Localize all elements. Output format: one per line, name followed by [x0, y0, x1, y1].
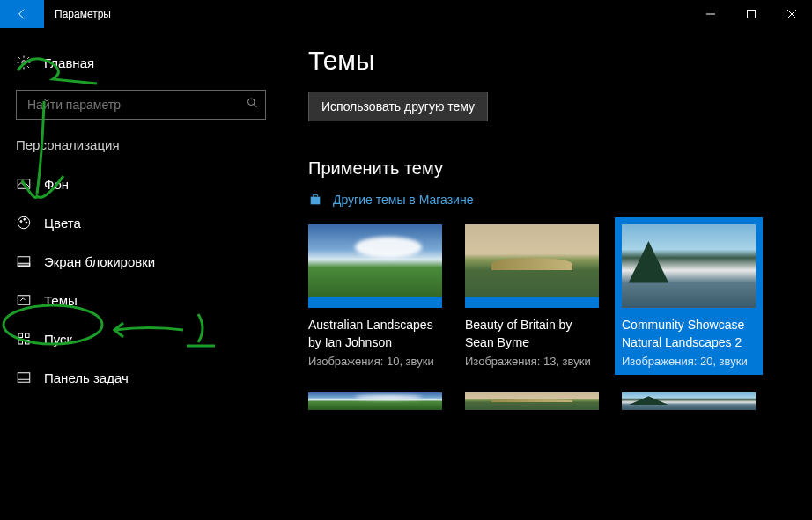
theme-name: Community Showcase Natural Landscapes 2 [622, 317, 756, 351]
store-link-label: Другие темы в Магазине [333, 193, 473, 207]
maximize-button[interactable] [731, 0, 771, 28]
svg-point-5 [248, 99, 255, 106]
sidebar-item-label: Экран блокировки [44, 254, 155, 269]
minimize-button[interactable] [690, 0, 731, 28]
sidebar-item-background[interactable]: Фон [0, 165, 282, 203]
grid-icon [16, 331, 32, 347]
theme-thumbnail [622, 392, 756, 410]
svg-rect-13 [18, 263, 30, 266]
theme-meta: Изображения: 20, звуки [622, 355, 756, 368]
store-link[interactable]: Другие темы в Магазине [308, 193, 786, 207]
theme-name: Australian Landscapes by Ian Johnson [308, 317, 442, 351]
svg-rect-18 [26, 341, 30, 345]
search-icon [246, 97, 259, 114]
svg-point-11 [26, 222, 27, 223]
use-other-theme-button[interactable]: Использовать другую тему [308, 92, 488, 121]
taskbar-icon [16, 370, 32, 385]
svg-rect-15 [18, 333, 23, 338]
svg-point-9 [20, 221, 22, 223]
theme-grid: Australian Landscapes by Ian Johnson Изо… [308, 224, 786, 368]
theme-meta: Изображения: 13, звуки [465, 355, 599, 368]
sidebar-item-label: Панель задач [44, 370, 129, 385]
theme-meta: Изображения: 10, звуки [308, 355, 442, 368]
svg-rect-16 [26, 333, 30, 338]
sidebar-item-lockscreen[interactable]: Экран блокировки [0, 242, 282, 281]
theme-thumbnail [622, 224, 756, 308]
lock-icon [16, 253, 32, 269]
theme-name: Beauty of Britain by Sean Byrne [465, 317, 599, 351]
theme-thumbnail [465, 392, 599, 410]
page-title: Темы [308, 46, 786, 76]
svg-line-6 [254, 105, 256, 107]
sidebar-item-start[interactable]: Пуск [0, 319, 282, 358]
theme-card[interactable] [622, 392, 756, 410]
sidebar-item-label: Фон [44, 177, 69, 192]
sidebar: Главная Персонализация Фон Цвета Экран б… [0, 28, 282, 520]
svg-point-10 [24, 218, 26, 220]
svg-rect-1 [748, 11, 756, 18]
sidebar-item-label: Цвета [44, 216, 81, 231]
palette-icon [16, 215, 32, 231]
window-controls [690, 0, 812, 28]
theme-card-selected[interactable]: Community Showcase Natural Landscapes 2 … [615, 217, 763, 375]
brush-icon [16, 292, 32, 308]
image-icon [16, 176, 32, 192]
search-wrap [16, 90, 266, 120]
main-content: Темы Использовать другую тему Применить … [282, 28, 812, 520]
theme-thumbnail [308, 392, 442, 410]
sidebar-item-taskbar[interactable]: Панель задач [0, 358, 282, 397]
sidebar-item-themes[interactable]: Темы [0, 281, 282, 319]
theme-thumbnail [308, 224, 442, 308]
theme-card[interactable] [308, 392, 442, 410]
sidebar-item-colors[interactable]: Цвета [0, 203, 282, 242]
svg-rect-17 [18, 341, 23, 345]
apply-theme-heading: Применить тему [308, 158, 786, 179]
section-heading: Персонализация [0, 137, 282, 165]
theme-card[interactable] [465, 392, 599, 410]
search-input[interactable] [16, 90, 266, 120]
theme-grid-row2 [308, 392, 786, 410]
home-label: Главная [44, 55, 94, 70]
title-bar: Параметры [0, 0, 812, 28]
theme-thumbnail [465, 224, 599, 308]
store-icon [308, 193, 322, 207]
close-button[interactable] [771, 0, 812, 28]
window-title: Параметры [55, 8, 111, 20]
gear-icon [16, 55, 32, 70]
theme-card[interactable]: Australian Landscapes by Ian Johnson Изо… [308, 224, 442, 368]
back-button[interactable] [0, 0, 44, 28]
svg-rect-14 [18, 296, 30, 305]
home-link[interactable]: Главная [0, 46, 282, 79]
sidebar-item-label: Пуск [44, 332, 72, 347]
svg-point-4 [22, 61, 26, 65]
sidebar-item-label: Темы [44, 293, 78, 308]
svg-rect-19 [18, 373, 30, 383]
theme-card[interactable]: Beauty of Britain by Sean Byrne Изображе… [465, 224, 599, 368]
